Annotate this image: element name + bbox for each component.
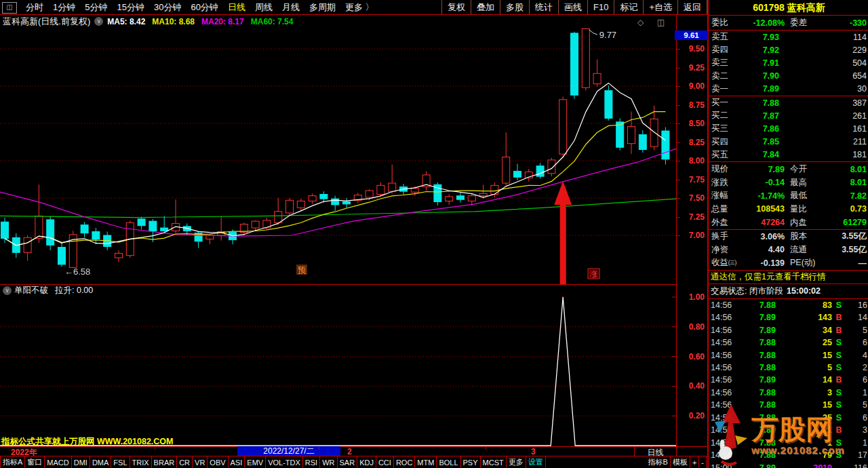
tab-MTM[interactable]: MTM <box>415 456 437 468</box>
nav-日线[interactable]: 日线 <box>228 1 245 14</box>
tick-row[interactable]: 14:567.8914B6 <box>709 374 868 386</box>
nav-60分钟[interactable]: 60分钟 <box>191 1 218 14</box>
timeframe-nav: 分时1分钟5分钟15分钟30分钟60分钟日线周线月线多周期更多 〉 <box>21 1 379 14</box>
tab-FSL[interactable]: FSL <box>111 456 130 468</box>
tab-TRIX[interactable]: TRIX <box>130 456 152 468</box>
tab-WR[interactable]: WR <box>320 456 337 468</box>
nav-15分钟[interactable]: 15分钟 <box>117 1 144 14</box>
tab-模板[interactable]: 模板 <box>671 456 690 468</box>
nav-30分钟[interactable]: 30分钟 <box>154 1 181 14</box>
action-返回[interactable]: 返回 <box>678 0 707 14</box>
tab-RSI[interactable]: RSI <box>303 456 320 468</box>
window-icon[interactable]: ◫ <box>2 2 17 14</box>
nav-月线[interactable]: 月线 <box>282 1 300 14</box>
weicha-value: -330 <box>825 18 867 28</box>
level-row[interactable]: 卖一7.8930 <box>709 83 868 96</box>
tab-+[interactable]: + <box>690 456 699 468</box>
action-统计[interactable]: 统计 <box>530 0 559 14</box>
tick-row[interactable]: 14:567.8883S16 <box>709 299 868 311</box>
tab-EMV[interactable]: EMV <box>245 456 266 468</box>
nav-周线[interactable]: 周线 <box>255 1 273 14</box>
level-volume: 211 <box>779 137 867 147</box>
tab-指标A[interactable]: 指标A <box>1 456 25 468</box>
tab-ASI[interactable]: ASI <box>229 456 245 468</box>
tick-row[interactable]: 14:567.8815S5 <box>709 399 868 411</box>
candlestick-chart[interactable]: ←6.589.77预涨 <box>0 27 676 284</box>
chevron-down-icon[interactable]: ∨ <box>3 286 12 295</box>
tick-row[interactable]: 14:567.8921B3 <box>709 424 868 436</box>
tick-row[interactable]: 14:567.89143B14 <box>709 311 868 324</box>
tab-ROC[interactable]: ROC <box>394 456 415 468</box>
tab-SAR[interactable]: SAR <box>338 456 358 468</box>
nav-更多 〉[interactable]: 更多 〉 <box>345 1 374 14</box>
tick-row[interactable]: 15:007.892919116 <box>709 461 868 468</box>
tab-指标B[interactable]: 指标B <box>646 456 671 468</box>
stock-header[interactable]: 601798 蓝科高新 <box>709 0 868 16</box>
candle-body <box>252 221 259 228</box>
panel-divider[interactable] <box>0 284 676 285</box>
tab-MACD[interactable]: MACD <box>45 456 71 468</box>
action-叠加[interactable]: 叠加 <box>471 0 500 14</box>
candle-body <box>206 235 214 239</box>
tab-PSY[interactable]: PSY <box>461 456 481 468</box>
tab-VR[interactable]: VR <box>193 456 208 468</box>
tick-list[interactable]: 14:567.8883S1614:567.89143B1414:567.8934… <box>709 299 868 468</box>
action-F10[interactable]: F10 <box>588 0 614 14</box>
level-row[interactable]: 卖二7.90654 <box>709 70 868 83</box>
date-axis: 2022年 2022/12/27/二 日线 23 <box>0 447 706 456</box>
level-row[interactable]: 买五7.84181 <box>709 149 868 161</box>
tab-设置[interactable]: 设置 <box>526 456 546 468</box>
tick-row[interactable]: 14:567.8934B5 <box>709 324 868 336</box>
tab-BOLL[interactable]: BOLL <box>437 456 460 468</box>
tick-row[interactable]: 14:567.883S1 <box>709 387 868 399</box>
tab-KDJ[interactable]: KDJ <box>357 456 376 468</box>
tick-count: 116 <box>846 463 867 468</box>
level-row[interactable]: 卖三7.91504 <box>709 56 868 69</box>
tick-row[interactable]: 14:567.8825S6 <box>709 412 868 424</box>
level-row[interactable]: 买一7.88387 <box>709 96 868 109</box>
tick-row[interactable]: 14:567.8879S17 <box>709 449 868 461</box>
action-多股[interactable]: 多股 <box>500 0 530 14</box>
candle-body <box>47 220 54 245</box>
action-标记[interactable]: 标记 <box>614 0 644 14</box>
tick-row[interactable]: 14:567.8825S6 <box>709 336 868 349</box>
candle-body <box>662 131 669 159</box>
tick-row[interactable]: 14:567.881S1 <box>709 436 868 448</box>
level-row[interactable]: 买三7.86161 <box>709 122 868 135</box>
tick-direction: S <box>832 351 846 360</box>
tick-count: 6 <box>846 375 867 385</box>
action-+自选[interactable]: +自选 <box>644 0 678 14</box>
tick-row[interactable]: 14:567.8815S4 <box>709 349 868 361</box>
nav-多周期[interactable]: 多周期 <box>309 1 336 14</box>
tick-row[interactable]: 14:567.885S2 <box>709 362 868 374</box>
nav-分时[interactable]: 分时 <box>26 1 43 14</box>
tab-BRAR[interactable]: BRAR <box>152 456 178 468</box>
tab-DMA[interactable]: DMA <box>90 456 111 468</box>
chart-corner-icons[interactable]: ◇ ◫ <box>637 18 670 27</box>
nav-1分钟[interactable]: 1分钟 <box>53 1 75 14</box>
tab-MCST[interactable]: MCST <box>481 456 507 468</box>
tab-VOL-TDX[interactable]: VOL-TDX <box>266 456 303 468</box>
tab-CCI[interactable]: CCI <box>376 456 394 468</box>
level-row[interactable]: 买二7.87261 <box>709 109 868 122</box>
tab--[interactable]: - <box>699 456 707 468</box>
tick-count: 3 <box>846 425 867 435</box>
promo-banner[interactable]: 通达信，仅需1元查看千档行情 <box>709 270 868 284</box>
action-画线[interactable]: 画线 <box>559 0 588 14</box>
nav-5分钟[interactable]: 5分钟 <box>85 1 107 14</box>
tab-CR[interactable]: CR <box>177 456 193 468</box>
tab-窗口[interactable]: 窗口 <box>25 456 45 468</box>
level-row[interactable]: 卖五7.93114 <box>709 31 868 43</box>
indicator-chart[interactable] <box>0 296 676 446</box>
period-label[interactable]: 日线 <box>634 447 676 456</box>
level-row[interactable]: 卖四7.92229 <box>709 43 868 56</box>
tab-DMI[interactable]: DMI <box>72 456 90 468</box>
tick-price: 7.88 <box>741 300 776 310</box>
tab-更多[interactable]: 更多 <box>507 456 526 468</box>
chevron-down-icon[interactable]: ∨ <box>94 17 103 26</box>
level-row[interactable]: 买四7.85211 <box>709 136 868 149</box>
promo-link[interactable]: 指标公式共享就上万股网 WWW.201082.COM <box>1 436 174 448</box>
indicator-name[interactable]: 单阳不破 <box>14 285 48 296</box>
action-复权[interactable]: 复权 <box>442 0 471 14</box>
tab-OBV[interactable]: OBV <box>208 456 228 468</box>
